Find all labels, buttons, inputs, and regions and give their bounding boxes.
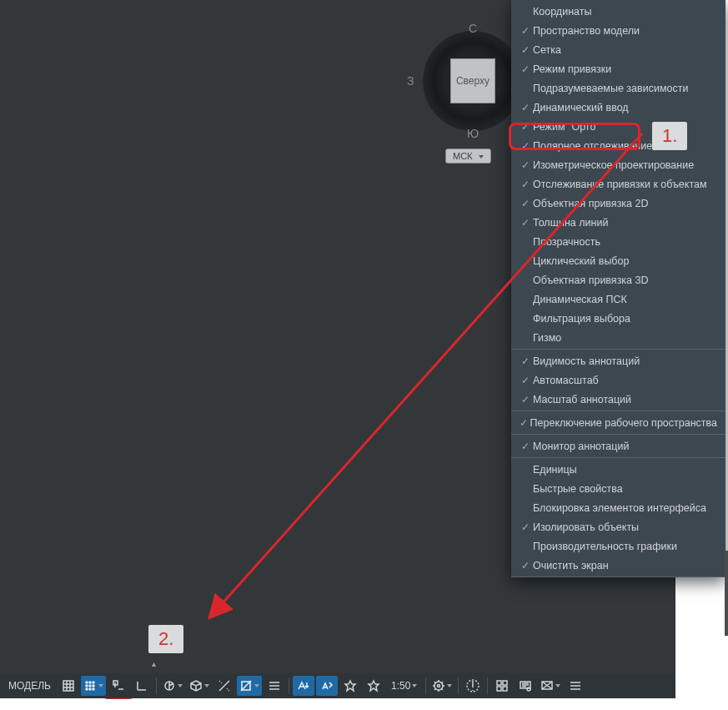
menu-item-label: Циклический выбор <box>533 255 717 267</box>
menu-item-label: Фильтрация выбора <box>533 313 717 325</box>
ucs-label: МСК <box>453 151 473 161</box>
menu-item[interactable]: Быстрые свойства <box>511 479 725 498</box>
separator <box>425 677 426 694</box>
svg-point-3 <box>93 682 94 683</box>
menu-group: ЕдиницыБыстрые свойстваБлокировка элемен… <box>511 458 725 577</box>
menu-item[interactable]: ✓Динамический ввод <box>511 98 725 117</box>
menu-item[interactable]: ✓Отслеживание привязки к объектам <box>511 174 725 194</box>
menu-item[interactable]: ✓Изометрическое проектирование <box>511 155 725 174</box>
customize-menu-button[interactable] <box>565 676 586 696</box>
menu-item[interactable]: Гизмо <box>511 328 725 347</box>
menu-item[interactable]: ✓Толщина линий <box>511 213 725 232</box>
check-icon: ✓ <box>518 417 530 429</box>
menu-item-label: Динамическая ПСК <box>533 294 717 305</box>
menu-item[interactable]: ✓Автомасштаб <box>511 370 725 390</box>
menu-item[interactable]: ✓Полярное отслеживание <box>511 136 725 155</box>
menu-item[interactable]: Прозрачность <box>511 232 725 251</box>
menu-item[interactable]: ✓Объектная привязка 2D <box>511 194 725 213</box>
menu-item[interactable]: Динамическая ПСК <box>511 290 725 309</box>
lineweight-button[interactable] <box>264 676 285 696</box>
menu-item[interactable]: ✓Видимость аннотаций <box>511 351 725 370</box>
menu-item[interactable]: Единицы <box>511 460 725 479</box>
check-icon: ✓ <box>518 355 533 367</box>
menu-item-label: Подразумеваемые зависимости <box>533 83 717 94</box>
annotation-visibility-button[interactable] <box>293 676 314 696</box>
menu-item[interactable]: ✓Изолировать объекты <box>511 517 725 536</box>
annotation-scale-dropdown[interactable]: 1:50 <box>386 676 422 696</box>
svg-point-1 <box>86 682 88 683</box>
ortho-mode-button[interactable] <box>131 676 153 696</box>
menu-item[interactable]: ✓Масштаб аннотаций <box>511 390 725 409</box>
check-icon: ✓ <box>518 44 533 56</box>
object-snap-tracking-button[interactable] <box>213 676 235 696</box>
check-icon: ✓ <box>518 63 533 75</box>
model-space-button[interactable]: МОДЕЛЬ <box>3 676 56 696</box>
menu-item-label: Пространство модели <box>533 25 717 37</box>
menu-group: ✓Монитор аннотаций <box>511 435 725 458</box>
menu-item[interactable]: ✓Режим привязки <box>511 59 725 78</box>
workspace-switch-button[interactable] <box>429 676 454 696</box>
menu-item-label: Автомасштаб <box>533 375 717 386</box>
svg-point-7 <box>86 688 88 690</box>
menu-item[interactable]: Фильтрация выбора <box>511 309 725 328</box>
menu-item[interactable]: Подразумеваемые зависимости <box>511 78 725 98</box>
annotation-monitor-button[interactable] <box>462 676 484 696</box>
viewcube-top-face[interactable]: Сверху <box>450 58 495 103</box>
menu-item[interactable]: ✓Очистить экран <box>511 556 725 575</box>
menu-scrollbar[interactable] <box>725 0 728 667</box>
menu-item[interactable]: ✓Режим "Орто" <box>511 117 725 136</box>
annotation-scale-2-button[interactable] <box>363 676 384 696</box>
viewcube-west-label[interactable]: З <box>407 74 414 88</box>
snap-mode-button[interactable] <box>81 676 106 696</box>
check-icon: ✓ <box>518 521 533 533</box>
expand-tray-icon[interactable]: ▴ <box>148 659 158 669</box>
check-icon: ✓ <box>518 441 533 452</box>
menu-item[interactable]: ✓Сетка <box>511 40 725 59</box>
clean-screen-button[interactable] <box>538 676 563 696</box>
menu-item-label: Быстрые свойства <box>533 483 717 495</box>
svg-point-2 <box>89 682 91 683</box>
menu-item[interactable]: ✓Переключение рабочего пространства <box>511 413 725 432</box>
svg-point-8 <box>89 688 91 690</box>
menu-item[interactable]: Координаты <box>511 2 725 21</box>
check-icon: ✓ <box>518 159 533 171</box>
autoscale-button[interactable] <box>316 676 338 696</box>
menu-item[interactable]: Блокировка элементов интерфейса <box>511 498 725 517</box>
annotation-number-1: 1. <box>652 122 687 150</box>
svg-point-9 <box>93 688 94 690</box>
check-icon: ✓ <box>518 217 533 229</box>
viewcube-south-label[interactable]: Ю <box>467 127 479 140</box>
dynamic-input-button[interactable] <box>108 676 129 696</box>
hardware-acceleration-button[interactable] <box>515 676 536 696</box>
menu-item[interactable]: ✓Монитор аннотаций <box>511 436 725 456</box>
menu-item-label: Полярное отслеживание <box>533 140 717 152</box>
annotation-scale-1-button[interactable] <box>339 676 361 696</box>
menu-item-label: Координаты <box>533 6 717 18</box>
isometric-drafting-button[interactable] <box>187 676 212 696</box>
check-icon: ✓ <box>518 140 533 152</box>
menu-item-label: Видимость аннотаций <box>533 355 717 367</box>
isolate-objects-button[interactable] <box>491 676 513 696</box>
menu-group: Координаты✓Пространство модели✓Сетка✓Реж… <box>511 0 725 350</box>
check-icon: ✓ <box>518 102 533 113</box>
statusbar-customize-menu[interactable]: Координаты✓Пространство модели✓Сетка✓Реж… <box>511 0 725 577</box>
grid-display-button[interactable] <box>58 676 79 696</box>
viewcube-north-label[interactable]: С <box>469 22 477 35</box>
scrollbar-thumb[interactable] <box>725 551 728 636</box>
menu-item[interactable]: Объектная привязка 3D <box>511 270 725 290</box>
model-label: МОДЕЛЬ <box>8 680 51 692</box>
svg-point-4 <box>86 685 88 687</box>
menu-item-label: Блокировка элементов интерфейса <box>533 502 717 514</box>
object-snap-2d-button[interactable] <box>237 676 262 696</box>
menu-item-label: Сетка <box>533 44 717 56</box>
separator <box>458 677 459 694</box>
menu-item[interactable]: ✓Пространство модели <box>511 21 725 40</box>
menu-item[interactable]: Производительность графики <box>511 536 725 556</box>
polar-tracking-button[interactable] <box>160 676 185 696</box>
menu-item-label: Режим привязки <box>533 63 717 75</box>
menu-group: ✓Переключение рабочего пространства <box>511 411 725 435</box>
ucs-dropdown[interactable]: МСК <box>445 149 491 164</box>
svg-point-6 <box>93 685 94 687</box>
svg-rect-15 <box>497 681 501 685</box>
menu-item[interactable]: Циклический выбор <box>511 251 725 270</box>
